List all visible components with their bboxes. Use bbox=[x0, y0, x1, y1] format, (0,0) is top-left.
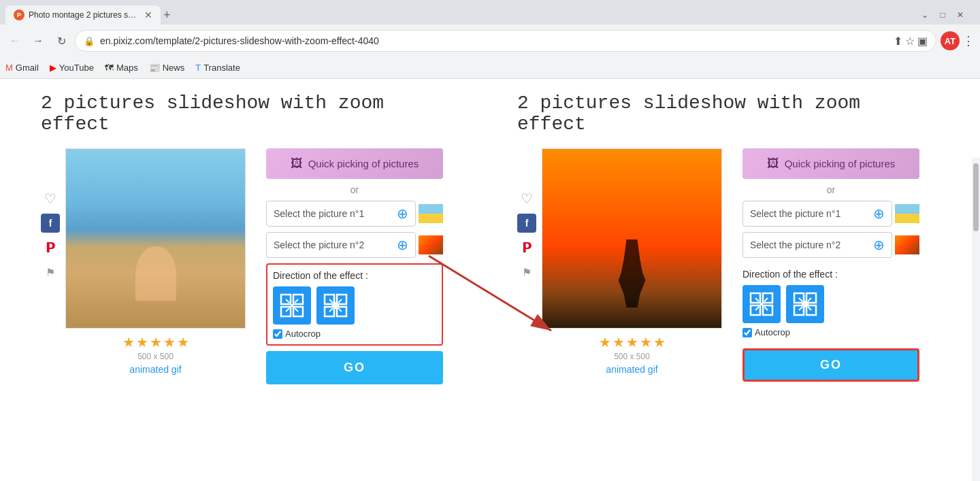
svg-line-36 bbox=[808, 298, 811, 301]
split-view-icon[interactable]: ▣ bbox=[917, 35, 928, 48]
right-select-pic2-button[interactable]: Select the picture n°2 ⊕ bbox=[742, 232, 892, 258]
right-select-pic1-button[interactable]: Select the picture n°1 ⊕ bbox=[742, 201, 892, 227]
right-add-pic1-icon[interactable]: ⊕ bbox=[873, 205, 885, 222]
right-quick-pick-button[interactable]: 🖼 Quick picking of pictures bbox=[742, 148, 919, 179]
svg-line-16 bbox=[338, 299, 342, 303]
svg-line-37 bbox=[799, 307, 802, 310]
left-add-pic2-icon[interactable]: ⊕ bbox=[397, 237, 408, 253]
back-button[interactable]: ← bbox=[5, 31, 24, 50]
nav-extras: AT ⋮ bbox=[941, 31, 975, 50]
right-preview-container: ★ ★ ★ ★ ★ 500 x 500 animated gif bbox=[542, 148, 722, 375]
bookmark-gmail[interactable]: M Gmail bbox=[5, 63, 39, 73]
zoom-out-icon bbox=[323, 293, 348, 318]
left-controls: 🖼 Quick picking of pictures or Select th… bbox=[266, 148, 443, 384]
left-quick-pick-button[interactable]: 🖼 Quick picking of pictures bbox=[266, 148, 443, 179]
left-add-pic1-icon[interactable]: ⊕ bbox=[397, 205, 408, 222]
user-avatar[interactable]: AT bbox=[941, 31, 960, 50]
right-facebook-button[interactable]: f bbox=[517, 214, 536, 233]
right-size-text: 500 x 500 bbox=[542, 352, 722, 361]
left-pic2-thumbnail bbox=[419, 235, 443, 254]
tab-title: Photo montage 2 pictures slides... bbox=[29, 10, 137, 20]
new-tab-button[interactable]: + bbox=[163, 8, 171, 22]
right-flag-button[interactable]: ⚑ bbox=[517, 263, 536, 282]
right-zoom-out-button[interactable] bbox=[786, 285, 824, 323]
right-heart-button[interactable]: ♡ bbox=[517, 189, 536, 208]
lock-icon: 🔒 bbox=[84, 36, 95, 46]
refresh-button[interactable]: ↻ bbox=[52, 31, 71, 50]
scrollbar-track[interactable] bbox=[972, 158, 980, 481]
right-direction-buttons bbox=[742, 285, 919, 323]
left-or-text: or bbox=[266, 184, 443, 195]
left-facebook-button[interactable]: f bbox=[41, 214, 60, 233]
bookmark-translate[interactable]: T Translate bbox=[195, 63, 240, 73]
zoom-in-icon bbox=[280, 293, 304, 318]
right-autocrop-checkbox[interactable] bbox=[742, 328, 752, 337]
bookmark-youtube[interactable]: ▶ YouTube bbox=[50, 63, 94, 73]
left-rating: ★ ★ ★ ★ ★ bbox=[65, 334, 246, 350]
right-add-pic2-icon[interactable]: ⊕ bbox=[873, 237, 885, 253]
left-size-text: 500 x 500 bbox=[65, 352, 246, 361]
svg-line-17 bbox=[329, 308, 333, 312]
left-zoom-out-button[interactable] bbox=[316, 286, 355, 325]
right-pinterest-button[interactable]: 𝗣 bbox=[517, 238, 536, 257]
right-go-button[interactable]: GO bbox=[742, 348, 919, 382]
left-go-button[interactable]: GO bbox=[266, 351, 443, 384]
window-controls: ⌄ □ ✕ bbox=[916, 9, 975, 21]
minimize-button[interactable]: ⌄ bbox=[916, 9, 934, 21]
svg-line-5 bbox=[295, 299, 298, 303]
bookmark-maps[interactable]: 🗺 Maps bbox=[105, 63, 138, 73]
left-flag-button[interactable]: ⚑ bbox=[41, 263, 60, 282]
left-select-pic1-button[interactable]: Select the picture n°1 ⊕ bbox=[266, 201, 416, 227]
menu-button[interactable]: ⋮ bbox=[962, 33, 975, 48]
right-section-title: 2 pictures slideshow with zoom effect bbox=[517, 93, 939, 135]
svg-line-25 bbox=[755, 298, 759, 301]
left-autocrop-label: Autocrop bbox=[285, 329, 321, 339]
forward-button[interactable]: → bbox=[29, 31, 48, 50]
left-direction-label: Direction of the effect : bbox=[273, 270, 436, 281]
left-preview-area: ♡ f 𝗣 ⚑ bbox=[41, 148, 246, 375]
url-text: en.pixiz.com/template/2-pictures-slidesh… bbox=[100, 35, 888, 46]
right-preview-image bbox=[542, 148, 722, 329]
left-zoom-in-button[interactable] bbox=[273, 286, 311, 325]
right-autocrop-row: Autocrop bbox=[742, 327, 919, 337]
bookmark-news[interactable]: 📰 News bbox=[149, 63, 185, 73]
right-or-text: or bbox=[742, 184, 919, 195]
svg-line-15 bbox=[329, 299, 333, 303]
svg-line-7 bbox=[295, 308, 298, 312]
left-preview-image bbox=[65, 148, 246, 329]
svg-line-28 bbox=[764, 307, 768, 310]
translate-icon: T bbox=[195, 63, 201, 73]
gmail-icon: M bbox=[5, 63, 13, 73]
left-heart-button[interactable]: ♡ bbox=[41, 189, 60, 208]
svg-line-35 bbox=[799, 298, 802, 301]
left-animated-gif-link[interactable]: animated gif bbox=[65, 364, 246, 375]
right-zoom-in-button[interactable] bbox=[742, 285, 781, 323]
right-quick-pick-icon: 🖼 bbox=[767, 156, 779, 171]
left-select-pic2-button[interactable]: Select the picture n°2 ⊕ bbox=[266, 232, 416, 258]
left-pinterest-button[interactable]: 𝗣 bbox=[41, 238, 60, 257]
youtube-icon: ▶ bbox=[50, 63, 56, 73]
right-pic2-thumbnail bbox=[895, 235, 919, 254]
maximize-button[interactable]: □ bbox=[934, 9, 951, 21]
right-rating: ★ ★ ★ ★ ★ bbox=[542, 334, 722, 350]
left-social-sidebar: ♡ f 𝗣 ⚑ bbox=[41, 148, 60, 375]
active-tab[interactable]: P Photo montage 2 pictures slides... ✕ bbox=[5, 5, 161, 24]
scrollbar-thumb[interactable] bbox=[973, 163, 979, 231]
right-direction-area: Direction of the effect : bbox=[742, 263, 919, 343]
svg-line-27 bbox=[755, 307, 759, 310]
bookmark-icon[interactable]: ☆ bbox=[905, 35, 915, 48]
quick-pick-icon: 🖼 bbox=[291, 156, 303, 171]
svg-line-26 bbox=[764, 298, 768, 301]
address-actions: ⬆ ☆ ▣ bbox=[894, 35, 928, 48]
right-animated-gif-link[interactable]: animated gif bbox=[542, 364, 722, 375]
address-bar[interactable]: 🔒 en.pixiz.com/template/2-pictures-slide… bbox=[75, 30, 936, 52]
right-template-section: 2 pictures slideshow with zoom effect ♡ … bbox=[517, 93, 939, 405]
share-icon[interactable]: ⬆ bbox=[894, 35, 902, 48]
maps-icon: 🗺 bbox=[105, 63, 114, 73]
left-autocrop-checkbox[interactable] bbox=[273, 329, 282, 339]
tab-close-button[interactable]: ✕ bbox=[144, 10, 152, 20]
left-section-title: 2 pictures slideshow with zoom effect bbox=[41, 93, 463, 135]
right-social-sidebar: ♡ f 𝗣 ⚑ bbox=[517, 148, 536, 375]
close-button[interactable]: ✕ bbox=[951, 9, 969, 21]
right-zoom-out-icon bbox=[793, 292, 817, 316]
